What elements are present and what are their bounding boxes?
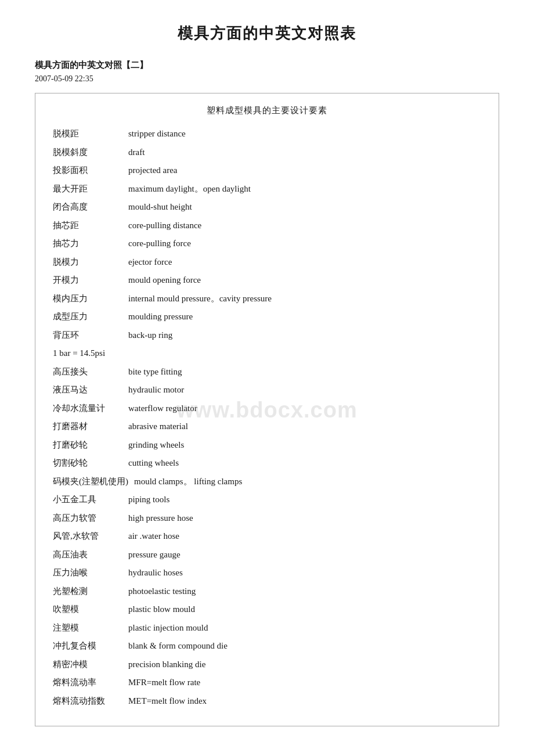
entry-en: high pressure hose [128, 511, 193, 526]
list-item: 液压马达hydraulic motor [53, 383, 481, 398]
entry-en: grinding wheels [128, 438, 184, 453]
entry-zh: 码模夹(注塑机使用) [53, 474, 128, 489]
entry-en: projected area [128, 163, 178, 178]
list-item: 光塑检测photoelastic testing [53, 584, 481, 599]
list-item: 高压油表pressure gauge [53, 548, 481, 563]
list-item: 脱模距stripper distance [53, 127, 481, 142]
entry-zh: 高压力软管 [53, 511, 122, 526]
entry-zh: 模内压力 [53, 291, 122, 307]
entry-en: moulding pressure [128, 309, 193, 325]
list-item: 脱模力ejector force [53, 255, 481, 270]
date: 2007-05-09 22:35 [35, 74, 499, 84]
entry-zh: 精密冲模 [53, 657, 122, 672]
entry-en: internal mould pressure。cavity pressure [128, 291, 272, 307]
entry-zh: 冷却水流量计 [53, 401, 122, 416]
entry-en: plastic blow mould [128, 602, 195, 617]
entry-zh: 液压马达 [53, 383, 122, 398]
list-item: 打磨器材abrasive material [53, 419, 481, 434]
list-item: 闭合高度mould-shut height [53, 200, 481, 215]
list-item: 脱模斜度draft [53, 145, 481, 160]
entry-en: mould opening force [128, 273, 201, 288]
list-item: 高压力软管high pressure hose [53, 511, 481, 526]
list-item: 抽芯距core-pulling distance [53, 218, 481, 233]
entry-zh: 开模力 [53, 273, 122, 288]
list-item: 冲扎复合模blank & form compound die [53, 639, 481, 654]
entry-en: precision blanking die [128, 657, 205, 672]
entry-en: mould-shut height [128, 200, 192, 215]
entry-en: core-pulling force [128, 236, 191, 251]
entry-zh: 最大开距 [53, 182, 122, 197]
entry-en: bite type fitting [128, 365, 182, 380]
entry-en: maximum daylight。open daylight [128, 182, 251, 197]
entry-en: photoelastic testing [128, 584, 196, 599]
content-box: www.bdocx.com 塑料成型模具的主要设计要素 脱模距stripper … [35, 93, 499, 726]
entry-en: back-up ring [128, 328, 172, 343]
entry-zh: 脱模斜度 [53, 145, 122, 160]
entry-en: mould clamps。 lifting clamps [134, 474, 242, 489]
subtitle: 模具方面的中英文对照【二】 [35, 60, 499, 71]
entry-zh: 光塑检测 [53, 584, 122, 599]
list-item: 压力油喉hydraulic hoses [53, 566, 481, 581]
list-item: 熔料流动率MFR=melt flow rate [53, 675, 481, 690]
entry-zh: 成型压力 [53, 309, 122, 325]
list-item: 抽芯力core-pulling force [53, 236, 481, 251]
list-item: 吹塑模plastic blow mould [53, 602, 481, 617]
list-item: 注塑模plastic injection mould [53, 621, 481, 636]
entry-zh: 小五金工具 [53, 492, 122, 507]
entry-zh: 脱模力 [53, 255, 122, 270]
entry-zh: 打磨器材 [53, 419, 122, 434]
list-item: 精密冲模precision blanking die [53, 657, 481, 672]
list-item: 投影面积projected area [53, 163, 481, 178]
entry-en: draft [128, 145, 145, 160]
entry-zh: 脱模距 [53, 127, 122, 142]
entry-en: cutting wheels [128, 456, 179, 471]
list-item: 模内压力internal mould pressure。cavity press… [53, 291, 481, 307]
entry-zh: 闭合高度 [53, 200, 122, 215]
entry-en: core-pulling distance [128, 218, 201, 233]
entry-zh: 高压接头 [53, 365, 122, 380]
box-header: 塑料成型模具的主要设计要素 [53, 105, 481, 116]
entry-zh: 冲扎复合模 [53, 639, 122, 654]
entry-en: air .water hose [128, 529, 179, 544]
entry-zh: 1 bar = 14.5psi [53, 346, 122, 361]
list-item: 小五金工具piping tools [53, 492, 481, 507]
entry-zh: 注塑模 [53, 621, 122, 636]
entry-zh: 投影面积 [53, 163, 122, 178]
entry-en: MFR=melt flow rate [128, 675, 200, 690]
entry-zh: 抽芯距 [53, 218, 122, 233]
list-item: 冷却水流量计waterflow regulator [53, 401, 481, 416]
entry-en: pressure gauge [128, 548, 181, 563]
entry-en: waterflow regulator [128, 401, 197, 416]
entries-container: 脱模距stripper distance脱模斜度draft投影面积project… [53, 127, 481, 708]
entry-en: abrasive material [128, 419, 188, 434]
entry-en: piping tools [128, 492, 169, 507]
list-item: 1 bar = 14.5psi [53, 346, 481, 361]
list-item: 开模力mould opening force [53, 273, 481, 288]
list-item: 最大开距maximum daylight。open daylight [53, 182, 481, 197]
list-item: 风管,水软管air .water hose [53, 529, 481, 544]
entry-zh: 打磨砂轮 [53, 438, 122, 453]
entry-en: blank & form compound die [128, 639, 228, 654]
entry-zh: 高压油表 [53, 548, 122, 563]
entry-en: stripper distance [128, 127, 186, 142]
list-item: 熔料流动指数MET=melt flow index [53, 694, 481, 709]
entry-en: hydraulic hoses [128, 566, 183, 581]
list-item: 码模夹(注塑机使用)mould clamps。 lifting clamps [53, 474, 481, 489]
list-item: 打磨砂轮grinding wheels [53, 438, 481, 453]
entry-en: hydraulic motor [128, 383, 184, 398]
entry-zh: 熔料流动率 [53, 675, 122, 690]
entry-zh: 抽芯力 [53, 236, 122, 251]
page-title: 模具方面的中英文对照表 [35, 23, 499, 44]
entry-en: plastic injection mould [128, 621, 208, 636]
entry-zh: 背压环 [53, 328, 122, 343]
entry-zh: 风管,水软管 [53, 529, 122, 544]
entry-zh: 熔料流动指数 [53, 694, 122, 709]
entry-zh: 吹塑模 [53, 602, 122, 617]
entry-en: ejector force [128, 255, 172, 270]
list-item: 高压接头bite type fitting [53, 365, 481, 380]
entry-en: MET=melt flow index [128, 694, 207, 709]
list-item: 成型压力moulding pressure [53, 309, 481, 325]
list-item: 切割砂轮cutting wheels [53, 456, 481, 471]
entry-zh: 压力油喉 [53, 566, 122, 581]
list-item: 背压环back-up ring [53, 328, 481, 343]
